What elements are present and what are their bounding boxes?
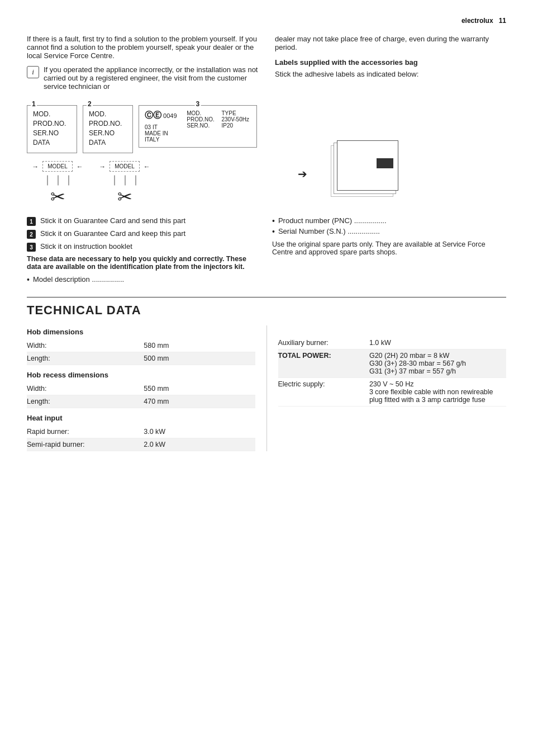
card3-prod: PROD.NO.: [187, 116, 216, 122]
recess-length-row: Length: 470 mm: [27, 395, 255, 408]
booklet-label-block: [377, 158, 393, 168]
card3-number: 3: [195, 100, 201, 108]
tech-columns: Hob dimensions Width: 580 mm Length: 500…: [27, 325, 506, 451]
card2-field-mod: MOD.: [89, 110, 127, 118]
booklet-pages: [337, 140, 398, 191]
booklet-diagram: ➔: [298, 140, 398, 207]
model-box-2: → MODEL ←: [110, 161, 140, 172]
recess-length-label: Length:: [27, 398, 138, 405]
total-power-label: TOTAL POWER:: [278, 352, 369, 375]
arrow-left-1: →: [32, 163, 39, 171]
spare-parts-text: Use the original spare parts only. They …: [272, 240, 506, 256]
rapid-value: 3.0 kW: [138, 428, 255, 436]
label-cards-area: 1 MOD. PROD.NO. SER.NO DATA 2 MOD. PROD.…: [27, 105, 281, 207]
bullet-pnc: Product number (PNC) ................: [272, 216, 506, 225]
arrow-right-2: ←: [144, 163, 150, 171]
bullet-left-list: Model description ................: [27, 275, 261, 284]
aux-burner-value: 1.0 kW: [369, 339, 506, 347]
hob-width-value: 580 mm: [138, 342, 255, 349]
semi-rapid-row: Semi-rapid burner: 2.0 kW: [27, 438, 255, 451]
brand-name: electrolux: [461, 17, 493, 25]
semi-rapid-label: Semi-rapid burner:: [27, 441, 138, 448]
model-label-1: MODEL: [47, 163, 68, 169]
bullet-model-text: Model description ................: [33, 275, 124, 284]
electric-supply-value: 230 V ~ 50 Hz 3 core flexible cable with…: [369, 380, 506, 404]
total-power-value: G20 (2H) 20 mbar = 8 kW G30 (3+) 28-30 m…: [369, 352, 506, 375]
ce-mark: ⒸⒺ: [145, 110, 161, 120]
cut-line-2: ｜ ｜ ｜: [110, 173, 140, 186]
bullet-pnc-text: Product number (PNC) ................: [278, 216, 387, 225]
card3-ser: SER.NO.: [187, 122, 216, 129]
card3-ip: IP20: [221, 122, 250, 129]
scissors-item-2: → MODEL ← ｜ ｜ ｜ ✂: [94, 161, 155, 207]
card2-number: 2: [87, 100, 93, 108]
label-cards-row: 1 MOD. PROD.NO. SER.NO DATA 2 MOD. PROD.…: [27, 105, 281, 153]
model-box-1: → MODEL ←: [42, 161, 73, 172]
item3-text: Stick it on instruction booklet: [40, 242, 132, 251]
numbered-item-1: 1 Stick it on Guarantee Card and send th…: [27, 216, 261, 226]
recess-width-label: Width:: [27, 385, 138, 393]
hob-width-row: Width: 580 mm: [27, 339, 255, 352]
aux-burner-label: Auxiliary burner:: [278, 339, 369, 347]
page-header: electrolux 11: [27, 17, 506, 25]
scissors-icon-2: ✂: [117, 186, 132, 207]
page: electrolux 11 If there is a fault, first…: [0, 0, 533, 474]
card3-mod: MOD.: [187, 110, 216, 116]
num-badge-3: 3: [27, 243, 36, 252]
bullet-model: Model description ................: [27, 275, 261, 284]
recess-width-value: 550 mm: [138, 385, 255, 393]
intro-section: If there is a fault, first try to find a…: [27, 35, 506, 96]
label-card-2: 2 MOD. PROD.NO. SER.NO DATA: [83, 105, 133, 153]
card1-field-ser: SER.NO: [33, 129, 71, 137]
hob-dim-heading: Hob dimensions: [27, 328, 255, 336]
card1-field-mod: MOD.: [33, 110, 71, 118]
cut-line-1: ｜ ｜ ｜: [42, 173, 73, 186]
bold-note: These data are necessary to help you qui…: [27, 255, 261, 271]
arrow-left-2: →: [99, 163, 106, 171]
rapid-label: Rapid burner:: [27, 428, 138, 436]
intro-right-text: dealer may not take place free of charge…: [275, 35, 506, 51]
info-icon: i: [27, 66, 39, 78]
scissors-row: → MODEL ← ｜ ｜ ｜ ✂ → MODEL ← ｜ ｜ ｜: [27, 161, 281, 207]
tech-title: TECHNICAL DATA: [27, 303, 506, 318]
labels-intro-text: Stick the adhesive labels as indicated b…: [275, 70, 506, 78]
card3-type: TYPE: [221, 110, 250, 116]
intro-left-text: If there is a fault, first try to find a…: [27, 35, 258, 60]
lists-section: 1 Stick it on Guarantee Card and send th…: [27, 216, 506, 286]
card2-field-data: DATA: [89, 139, 127, 147]
total-power-row: TOTAL POWER: G20 (2H) 20 mbar = 8 kW G30…: [278, 349, 507, 378]
card1-number: 1: [31, 100, 37, 108]
tech-right-col: Auxiliary burner: 1.0 kW TOTAL POWER: G2…: [267, 325, 507, 451]
right-diagram: ➔: [292, 105, 506, 207]
intro-right: dealer may not take place free of charge…: [275, 35, 506, 96]
electric-supply-label: Electric supply:: [278, 380, 369, 404]
model-label-2: MODEL: [115, 163, 135, 169]
card3-it: 03 IT: [145, 124, 181, 130]
ce-number: 0049: [163, 112, 177, 119]
recess-width-row: Width: 550 mm: [27, 382, 255, 395]
num-badge-2: 2: [27, 230, 36, 239]
card2-field-ser: SER.NO: [89, 129, 127, 137]
hob-length-label: Length:: [27, 355, 138, 362]
item1-text: Stick it on Guarantee Card and send this…: [40, 216, 185, 225]
rapid-row: Rapid burner: 3.0 kW: [27, 426, 255, 438]
labels-heading: Labels supplied with the accessories bag: [275, 58, 506, 67]
hob-recess-heading: Hob recess dimensions: [27, 371, 255, 379]
num-badge-1: 1: [27, 217, 36, 226]
list-right: Product number (PNC) ................ Se…: [272, 216, 506, 286]
card3-made: MADE IN ITALY: [145, 130, 181, 143]
bullet-sn: Serial Number (S.N.) ................: [272, 227, 506, 236]
bullet-sn-text: Serial Number (S.N.) ................: [278, 227, 380, 236]
intro-left: If there is a fault, first try to find a…: [27, 35, 258, 96]
heat-input-heading: Heat input: [27, 414, 255, 422]
numbered-item-3: 3 Stick it on instruction booklet: [27, 242, 261, 252]
info-text: If you operated the appliance incorrectl…: [44, 65, 258, 91]
semi-rapid-value: 2.0 kW: [138, 441, 255, 448]
list-left: 1 Stick it on Guarantee Card and send th…: [27, 216, 261, 286]
hob-width-label: Width:: [27, 342, 138, 349]
electric-supply-row: Electric supply: 230 V ~ 50 Hz 3 core fl…: [278, 378, 507, 407]
card3-right: MOD. PROD.NO. SER.NO.: [187, 110, 216, 143]
scissors-icon-1: ✂: [50, 186, 65, 207]
recess-length-value: 470 mm: [138, 398, 255, 405]
arrow-to-booklet: ➔: [298, 167, 307, 181]
